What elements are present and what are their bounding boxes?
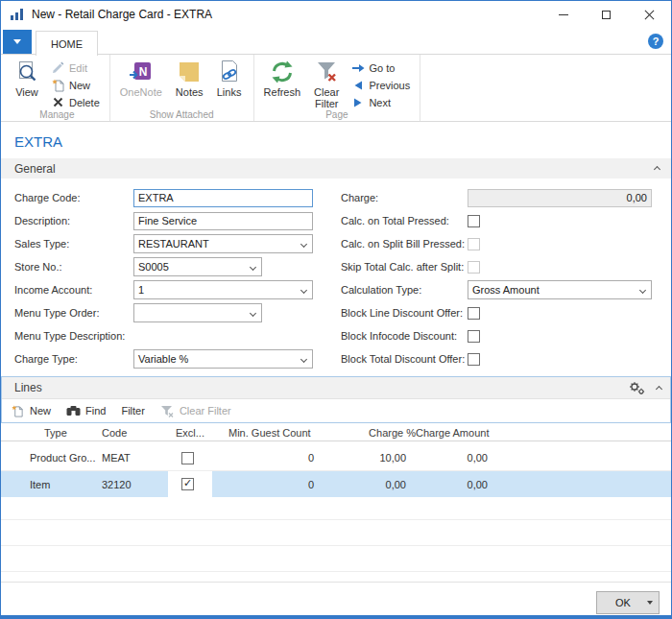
goto-arrow-icon — [350, 61, 365, 75]
charge-code-input[interactable]: EXTRA — [133, 189, 313, 207]
collapse-chevron-icon[interactable] — [656, 385, 662, 392]
links-button[interactable]: Links — [213, 58, 246, 100]
empty-grid-row[interactable] — [1, 497, 671, 520]
clear-filter-button[interactable]: ClearFilter — [310, 58, 343, 111]
store-no-label: Store No.: — [14, 261, 133, 273]
table-row[interactable]: Item 32120 0 0,00 0,00 — [1, 471, 671, 497]
menu-type-order-select[interactable] — [133, 303, 262, 322]
income-account-select[interactable]: 1 — [133, 280, 313, 299]
window-bottom-border — [1, 615, 671, 618]
tab-home[interactable]: HOME — [36, 31, 98, 56]
links-icon — [217, 60, 242, 84]
close-button[interactable] — [628, 1, 671, 28]
delete-button[interactable]: Delete — [49, 94, 102, 110]
maximize-icon — [602, 11, 611, 19]
delete-x-icon — [51, 96, 65, 109]
cell-min-guest-count: 0 — [228, 452, 339, 464]
previous-button[interactable]: Previous — [348, 77, 412, 93]
ribbon: View Edit New — [1, 55, 671, 122]
refresh-button[interactable]: Refresh — [260, 58, 305, 100]
lines-clear-filter-label: Clear Filter — [180, 405, 231, 417]
general-fields: Charge Code: EXTRA Description: Fine Ser… — [1, 179, 671, 376]
charge-input: 0,00 — [468, 189, 652, 207]
next-button[interactable]: Next — [348, 94, 412, 110]
general-section-header[interactable]: General — [1, 158, 671, 179]
lines-new-button[interactable]: New — [11, 404, 51, 417]
help-button[interactable]: ? — [648, 34, 663, 49]
skip-total-calc-after-split-label: Skip Total Calc. after Split: — [341, 261, 468, 273]
column-header-code[interactable]: Code — [102, 427, 176, 439]
store-no-select[interactable]: S0005 — [133, 257, 262, 276]
new-document-icon — [51, 79, 65, 92]
links-button-label: Links — [217, 86, 242, 98]
table-row[interactable]: Product Gro... MEAT 0 10,00 0,00 — [1, 445, 671, 471]
calc-on-total-pressed-checkbox[interactable] — [468, 215, 480, 227]
empty-grid-row[interactable] — [1, 520, 671, 546]
sales-type-select[interactable]: RESTAURANT — [133, 234, 313, 253]
column-header-excl[interactable]: Excl... — [176, 427, 228, 439]
refresh-icon — [270, 60, 295, 84]
onenote-button-label: OneNote — [120, 86, 162, 98]
refresh-button-label: Refresh — [264, 86, 301, 98]
column-header-min-guest-count[interactable]: Min. Guest Count — [228, 427, 339, 439]
goto-button-label: Go to — [369, 62, 395, 74]
general-left-column: Charge Code: EXTRA Description: Fine Ser… — [14, 186, 333, 370]
notes-button[interactable]: Notes — [172, 58, 207, 100]
notes-icon — [177, 60, 202, 84]
menu-type-order-label: Menu Type Order: — [14, 307, 133, 319]
chevron-down-icon — [13, 39, 21, 44]
column-header-charge-amount[interactable]: Charge Amount — [416, 427, 521, 439]
ok-button-label: OK — [597, 597, 641, 608]
chevron-down-icon — [250, 310, 256, 317]
excl-checkbox[interactable] — [181, 452, 194, 464]
general-right-column: Charge: 0,00 Calc. on Total Pressed: Cal… — [341, 186, 658, 370]
block-line-discount-offer-label: Block Line Discount Offer: — [341, 307, 468, 319]
minimize-button[interactable] — [541, 1, 585, 28]
previous-button-label: Previous — [369, 80, 410, 91]
column-header-charge-pct[interactable]: Charge % — [339, 427, 416, 439]
menu-type-description-label: Menu Type Description: — [14, 330, 133, 342]
cell-charge-amount: 0,00 — [416, 479, 521, 490]
close-icon — [644, 10, 655, 20]
new-button[interactable]: New — [49, 77, 102, 93]
ribbon-group-label-manage: Manage — [5, 109, 109, 120]
clear-filter-button-label: ClearFilter — [314, 86, 339, 109]
lines-section-header[interactable]: Lines — [1, 377, 671, 398]
application-menu-button[interactable] — [3, 30, 32, 54]
block-total-discount-offer-checkbox[interactable] — [468, 353, 480, 366]
block-line-discount-offer-checkbox[interactable] — [468, 307, 480, 320]
column-header-type[interactable]: Type — [30, 427, 102, 439]
ribbon-group-label-show-attached: Show Attached — [110, 109, 253, 120]
excl-checkbox[interactable] — [181, 478, 194, 490]
view-icon — [14, 60, 39, 84]
chevron-down-icon — [300, 241, 307, 248]
lines-find-button[interactable]: Find — [66, 404, 106, 417]
description-input[interactable]: Fine Service — [133, 212, 313, 230]
block-infocode-discount-checkbox[interactable] — [468, 330, 480, 343]
edit-button: Edit — [49, 60, 102, 76]
ribbon-group-page: Refresh ClearFilter Go to — [254, 55, 421, 121]
collapse-chevron-icon[interactable] — [654, 166, 660, 173]
charge-type-select[interactable]: Variable % — [133, 349, 313, 369]
calc-on-total-pressed-label: Calc. on Total Pressed: — [341, 215, 468, 226]
next-button-label: Next — [369, 97, 391, 108]
cell-code: MEAT — [102, 452, 176, 464]
view-button[interactable]: View — [11, 58, 43, 100]
lines-filter-button[interactable]: Filter — [121, 405, 144, 417]
edit-icon — [51, 61, 65, 75]
chevron-down-icon — [250, 264, 256, 271]
maximize-button[interactable] — [585, 1, 628, 28]
ok-dropdown-arrow[interactable] — [641, 601, 659, 605]
calculation-type-select[interactable]: Gross Amount — [468, 280, 652, 299]
block-infocode-discount-label: Block Infocode Discount: — [341, 330, 468, 342]
goto-button[interactable]: Go to — [348, 60, 412, 76]
settings-gears-icon[interactable] — [629, 381, 645, 395]
new-button-label: New — [69, 80, 90, 91]
empty-grid-row[interactable] — [1, 546, 671, 572]
ok-button[interactable]: OK — [596, 591, 660, 614]
lines-clear-filter-button: Clear Filter — [160, 404, 231, 417]
chevron-down-icon — [300, 356, 307, 363]
delete-button-label: Delete — [69, 97, 100, 108]
chevron-down-icon — [639, 287, 646, 294]
cell-min-guest-count: 0 — [228, 479, 339, 490]
